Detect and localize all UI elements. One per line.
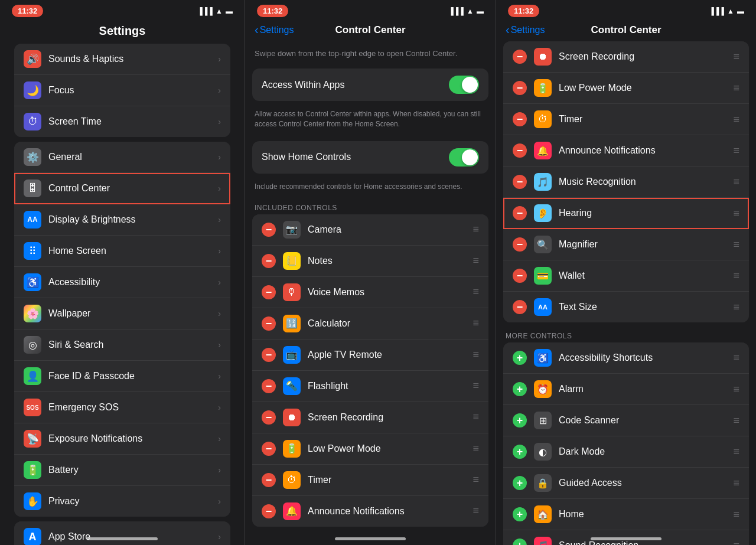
- add-btn[interactable]: +: [513, 445, 527, 459]
- remove-camera-btn[interactable]: −: [262, 223, 276, 237]
- more-item-darkmode[interactable]: + ◐ Dark Mode ≡: [503, 436, 749, 468]
- remove-voicememos-btn[interactable]: −: [262, 285, 276, 299]
- control-item-musicrecognition-3[interactable]: − 🎵 Music Recognition ≡: [503, 167, 749, 198]
- drag-handle[interactable]: ≡: [733, 176, 739, 188]
- control-item-announcenotif-3[interactable]: − 🔔 Announce Notifications ≡: [503, 135, 749, 167]
- remove-timer-btn[interactable]: −: [262, 473, 276, 487]
- settings-item-faceid[interactable]: 👤 Face ID & Passcode ›: [14, 361, 230, 392]
- control-item-announcenotif[interactable]: − 🔔 Announce Notifications ≡: [252, 496, 488, 527]
- control-item-wallet-3[interactable]: − 💳 Wallet ≡: [503, 260, 749, 292]
- remove-notes-btn[interactable]: −: [262, 254, 276, 268]
- show-home-controls-row[interactable]: Show Home Controls: [252, 141, 488, 174]
- more-item-home[interactable]: + 🏠 Home ≡: [503, 499, 749, 530]
- drag-handle[interactable]: ≡: [472, 442, 479, 455]
- drag-handle[interactable]: ≡: [472, 317, 479, 329]
- back-button-2[interactable]: ‹ Settings: [255, 23, 294, 37]
- drag-handle[interactable]: ≡: [733, 207, 739, 220]
- drag-handle[interactable]: ≡: [733, 145, 739, 157]
- toggle2-switch[interactable]: [449, 148, 479, 167]
- control-item-notes[interactable]: − 📒 Notes ≡: [252, 246, 488, 277]
- drag-handle[interactable]: ≡: [472, 223, 479, 236]
- settings-item-appstore[interactable]: A App Store ›: [14, 521, 230, 545]
- settings-item-exposure[interactable]: 📡 Exposure Notifications ›: [14, 423, 230, 455]
- control-item-voicememos[interactable]: − 🎙 Voice Memos ≡: [252, 277, 488, 308]
- remove-btn[interactable]: −: [513, 143, 527, 158]
- drag-handle[interactable]: ≡: [472, 254, 479, 267]
- control-item-camera[interactable]: − 📷 Camera ≡: [252, 214, 488, 246]
- settings-item-display[interactable]: AA Display & Brightness ›: [14, 204, 230, 236]
- settings-item-sounds[interactable]: 🔊 Sounds & Haptics ›: [14, 44, 230, 75]
- control-item-screenrecording[interactable]: − ⏺ Screen Recording ≡: [252, 402, 488, 433]
- settings-item-focus[interactable]: 🌙 Focus ›: [14, 75, 230, 106]
- more-item-guidedaccess[interactable]: + 🔒 Guided Access ≡: [503, 468, 749, 499]
- control-item-calculator[interactable]: − 🔢 Calculator ≡: [252, 308, 488, 340]
- add-btn[interactable]: +: [513, 539, 527, 545]
- drag-handle[interactable]: ≡: [733, 383, 739, 396]
- control-item-hearing-3[interactable]: − 👂 Hearing ≡: [503, 198, 749, 229]
- settings-item-homescreen[interactable]: ⠿ Home Screen ›: [14, 236, 230, 267]
- more-item-accessibilityshortcuts[interactable]: + ♿ Accessibility Shortcuts ≡: [503, 342, 749, 374]
- access-within-apps-row[interactable]: Access Within Apps: [252, 68, 488, 101]
- settings-item-screentime[interactable]: ⏱ Screen Time ›: [14, 106, 230, 137]
- remove-btn[interactable]: −: [513, 112, 527, 126]
- settings-item-battery[interactable]: 🔋 Battery ›: [14, 455, 230, 486]
- more-item-codescanner[interactable]: + ⊞ Code Scanner ≡: [503, 405, 749, 436]
- remove-btn[interactable]: −: [513, 206, 527, 220]
- drag-handle[interactable]: ≡: [733, 446, 739, 458]
- drag-handle[interactable]: ≡: [733, 415, 739, 427]
- add-btn[interactable]: +: [513, 507, 527, 521]
- drag-handle[interactable]: ≡: [733, 301, 739, 314]
- drag-handle[interactable]: ≡: [472, 411, 479, 423]
- remove-appletvremote-btn[interactable]: −: [262, 348, 276, 362]
- remove-calculator-btn[interactable]: −: [262, 316, 276, 331]
- drag-handle[interactable]: ≡: [733, 508, 739, 521]
- drag-handle[interactable]: ≡: [733, 477, 739, 489]
- control-item-timer-3[interactable]: − ⏱ Timer ≡: [503, 104, 749, 135]
- remove-btn[interactable]: −: [513, 269, 527, 283]
- remove-lowpower-btn[interactable]: −: [262, 442, 276, 456]
- drag-handle[interactable]: ≡: [472, 348, 479, 361]
- settings-item-general[interactable]: ⚙️ General ›: [14, 142, 230, 173]
- control-item-lowpowermode[interactable]: − 🔋 Low Power Mode ≡: [252, 433, 488, 465]
- settings-item-privacy[interactable]: ✋ Privacy ›: [14, 486, 230, 517]
- toggle1-description: Allow access to Control Center within ap…: [245, 106, 496, 136]
- remove-btn[interactable]: −: [513, 81, 527, 95]
- drag-handle[interactable]: ≡: [733, 540, 739, 546]
- settings-item-wallpaper[interactable]: 🌸 Wallpaper ›: [14, 298, 230, 329]
- remove-btn[interactable]: −: [513, 237, 527, 252]
- remove-btn[interactable]: −: [513, 300, 527, 314]
- drag-handle[interactable]: ≡: [472, 474, 479, 486]
- drag-handle[interactable]: ≡: [733, 82, 739, 94]
- settings-item-siri[interactable]: ◎ Siri & Search ›: [14, 329, 230, 361]
- remove-btn[interactable]: −: [513, 50, 527, 64]
- toggle1-switch[interactable]: [449, 76, 479, 94]
- control-item-flashlight[interactable]: − 🔦 Flashlight ≡: [252, 371, 488, 402]
- control-item-screenrecording-3[interactable]: − ⏺ Screen Recording ≡: [503, 41, 749, 73]
- back-button-3[interactable]: ‹ Settings: [506, 23, 545, 37]
- control-item-timer[interactable]: − ⏱ Timer ≡: [252, 465, 488, 496]
- more-item-alarm[interactable]: + ⏰ Alarm ≡: [503, 374, 749, 405]
- drag-handle[interactable]: ≡: [733, 113, 739, 126]
- remove-btn[interactable]: −: [513, 175, 527, 189]
- control-item-appletvremote[interactable]: − 📺 Apple TV Remote ≡: [252, 340, 488, 371]
- drag-handle[interactable]: ≡: [733, 352, 739, 364]
- drag-handle[interactable]: ≡: [472, 505, 479, 517]
- control-item-magnifier-3[interactable]: − 🔍 Magnifier ≡: [503, 229, 749, 260]
- drag-handle[interactable]: ≡: [733, 270, 739, 282]
- remove-flashlight-btn[interactable]: −: [262, 379, 276, 393]
- settings-item-emergencysos[interactable]: SOS Emergency SOS ›: [14, 392, 230, 423]
- remove-announcenotif-btn[interactable]: −: [262, 504, 276, 518]
- add-btn[interactable]: +: [513, 382, 527, 396]
- settings-item-controlcenter[interactable]: 🎛 Control Center ›: [14, 173, 230, 204]
- control-item-lowpowermode-3[interactable]: − 🔋 Low Power Mode ≡: [503, 73, 749, 104]
- drag-handle[interactable]: ≡: [472, 380, 479, 392]
- drag-handle[interactable]: ≡: [472, 286, 479, 298]
- remove-screenrecording-btn[interactable]: −: [262, 410, 276, 425]
- drag-handle[interactable]: ≡: [733, 51, 739, 63]
- add-btn[interactable]: +: [513, 476, 527, 490]
- add-btn[interactable]: +: [513, 413, 527, 427]
- settings-item-accessibility[interactable]: ♿ Accessibility ›: [14, 267, 230, 298]
- control-item-textsize-3[interactable]: − AA Text Size ≡: [503, 292, 749, 322]
- add-btn[interactable]: +: [513, 351, 527, 365]
- drag-handle[interactable]: ≡: [733, 239, 739, 251]
